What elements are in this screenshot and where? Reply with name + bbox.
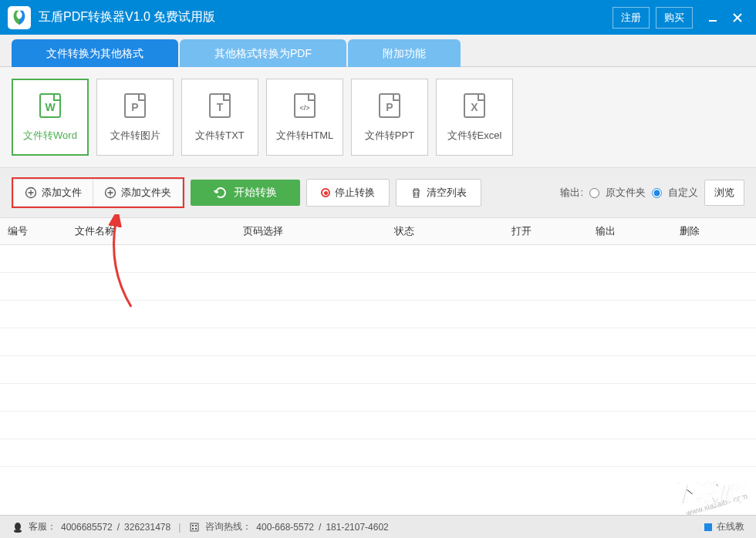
titlebar: 互盾PDF转换器V1.0 免费试用版 注册 购买 bbox=[0, 0, 756, 35]
output-options: 输出: 原文件夹 自定义 bbox=[560, 186, 698, 200]
table-row bbox=[0, 328, 756, 356]
svg-text:T: T bbox=[217, 101, 224, 113]
qq-icon bbox=[12, 521, 24, 533]
txt-icon: T bbox=[206, 92, 234, 119]
svg-rect-23 bbox=[704, 523, 712, 531]
svg-rect-20 bbox=[195, 525, 197, 526]
svg-text:W: W bbox=[45, 101, 56, 113]
html-icon: </> bbox=[291, 92, 319, 119]
radio-custom-folder[interactable] bbox=[652, 188, 662, 198]
plus-circle-icon bbox=[104, 187, 116, 199]
format-excel[interactable]: X 文件转Excel bbox=[436, 79, 513, 156]
add-button-group: 添加文件 添加文件夹 bbox=[12, 177, 184, 208]
svg-text:下载吧: 下载吧 bbox=[673, 480, 745, 506]
format-ppt[interactable]: P 文件转PPT bbox=[351, 79, 428, 156]
tutorial-link[interactable]: 在线教 bbox=[703, 520, 744, 533]
buy-link[interactable]: 购买 bbox=[656, 7, 693, 29]
radio-custom-label: 自定义 bbox=[668, 186, 698, 200]
format-label: 文件转图片 bbox=[110, 129, 160, 143]
col-status: 状态 bbox=[386, 218, 504, 245]
format-html[interactable]: </> 文件转HTML bbox=[266, 79, 343, 156]
stop-button[interactable]: 停止转换 bbox=[306, 179, 390, 207]
radio-original-label: 原文件夹 bbox=[606, 186, 646, 200]
format-word[interactable]: W 文件转Word bbox=[12, 79, 89, 156]
svg-rect-22 bbox=[195, 528, 197, 530]
format-label: 文件转Excel bbox=[447, 129, 502, 143]
start-button[interactable]: 开始转换 bbox=[191, 180, 300, 206]
format-label: 文件转HTML bbox=[276, 129, 333, 143]
format-txt[interactable]: T 文件转TXT bbox=[181, 79, 258, 156]
excel-icon: X bbox=[461, 92, 488, 119]
hotline-phone1: 400-668-5572 bbox=[256, 522, 314, 533]
table-row bbox=[0, 412, 756, 439]
col-index: 编号 bbox=[0, 218, 67, 245]
file-table-wrap: 编号 文件名称 页码选择 状态 打开 输出 删除 bbox=[0, 218, 756, 480]
phone-icon bbox=[188, 521, 201, 533]
word-icon: W bbox=[36, 92, 64, 119]
clear-button[interactable]: 清空列表 bbox=[396, 179, 481, 207]
image-icon: P bbox=[121, 92, 149, 119]
close-button[interactable] bbox=[727, 7, 748, 29]
footer: 客服： 4006685572 / 326231478 | 咨询热线： 400-6… bbox=[0, 515, 756, 538]
svg-rect-21 bbox=[192, 528, 194, 530]
stop-icon bbox=[321, 188, 330, 197]
format-label: 文件转PPT bbox=[365, 129, 414, 143]
table-row bbox=[0, 439, 756, 467]
format-label: 文件转TXT bbox=[195, 129, 245, 143]
svg-text:P: P bbox=[131, 101, 138, 113]
svg-rect-18 bbox=[191, 523, 198, 531]
col-output: 输出 bbox=[588, 218, 672, 245]
trash-icon bbox=[410, 187, 422, 199]
svg-point-17 bbox=[14, 530, 22, 533]
watermark: www.xiazaiba.com bbox=[685, 492, 748, 517]
output-label: 输出: bbox=[560, 186, 583, 200]
svg-rect-0 bbox=[709, 20, 717, 22]
format-label: 文件转Word bbox=[23, 129, 77, 143]
hotline-label: 咨询热线： bbox=[205, 520, 251, 533]
table-row bbox=[0, 273, 756, 301]
radio-original-folder[interactable] bbox=[589, 188, 599, 198]
tab-other-to-pdf[interactable]: 其他格式转换为PDF bbox=[180, 39, 346, 67]
tab-pdf-to-other[interactable]: 文件转换为其他格式 bbox=[12, 39, 178, 67]
plus-circle-icon bbox=[25, 187, 37, 199]
service-phone1: 4006685572 bbox=[61, 522, 113, 533]
register-link[interactable]: 注册 bbox=[613, 7, 650, 29]
minimize-button[interactable] bbox=[702, 7, 724, 29]
tab-extra[interactable]: 附加功能 bbox=[348, 39, 461, 67]
browse-button[interactable]: 浏览 bbox=[704, 180, 744, 206]
svg-text:X: X bbox=[471, 101, 478, 113]
file-table: 编号 文件名称 页码选择 状态 打开 输出 删除 bbox=[0, 218, 756, 467]
add-file-button[interactable]: 添加文件 bbox=[13, 179, 93, 207]
service-phone2: 326231478 bbox=[124, 522, 170, 533]
col-open: 打开 bbox=[504, 218, 588, 245]
table-row bbox=[0, 245, 756, 273]
book-icon bbox=[703, 522, 714, 533]
app-logo bbox=[8, 6, 31, 29]
download-badge: 下载吧 bbox=[667, 476, 751, 513]
ppt-icon: P bbox=[376, 92, 403, 119]
col-page: 页码选择 bbox=[235, 218, 386, 245]
format-row: W 文件转Word P 文件转图片 T 文件转TXT </> 文件转HTML P… bbox=[0, 67, 756, 167]
svg-text:</>: </> bbox=[299, 104, 309, 112]
table-row bbox=[0, 301, 756, 328]
table-row bbox=[0, 356, 756, 384]
col-delete: 删除 bbox=[672, 218, 756, 245]
svg-point-16 bbox=[15, 523, 21, 530]
main-tabs: 文件转换为其他格式 其他格式转换为PDF 附加功能 bbox=[0, 35, 756, 67]
service-label: 客服： bbox=[29, 520, 56, 533]
refresh-icon bbox=[214, 186, 228, 200]
svg-rect-19 bbox=[192, 525, 194, 526]
footer-qq[interactable] bbox=[12, 521, 24, 533]
app-title: 互盾PDF转换器V1.0 免费试用版 bbox=[39, 9, 613, 25]
action-bar: 添加文件 添加文件夹 开始转换 停止转换 清空列表 输出: 原文件夹 自定义 浏… bbox=[0, 167, 756, 218]
svg-text:P: P bbox=[386, 101, 393, 113]
hotline-phone2: 181-2107-4602 bbox=[326, 522, 388, 533]
col-filename: 文件名称 bbox=[67, 218, 235, 245]
table-row bbox=[0, 384, 756, 412]
format-image[interactable]: P 文件转图片 bbox=[96, 79, 174, 156]
add-folder-button[interactable]: 添加文件夹 bbox=[93, 179, 183, 207]
